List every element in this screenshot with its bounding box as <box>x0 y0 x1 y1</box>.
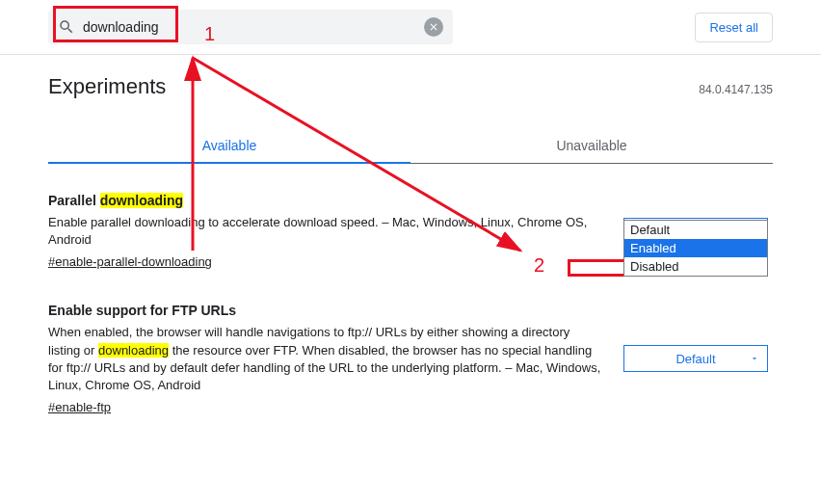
flag-title: Parallel downloading <box>48 193 604 208</box>
tab-unavailable[interactable]: Unavailable <box>410 128 773 163</box>
flag-enable-ftp: Enable support for FTP URLs When enabled… <box>48 303 773 414</box>
search-box[interactable] <box>48 10 453 44</box>
flag-control: Default Default Enabled Disabled <box>623 193 773 269</box>
page-title: Experiments <box>48 74 166 99</box>
search-input[interactable] <box>83 19 424 35</box>
flag-text: Parallel downloading Enable parallel dow… <box>48 193 604 269</box>
annotation-label-1: 1 <box>204 23 215 45</box>
highlight: downloading <box>98 343 169 358</box>
flag-anchor-link[interactable]: #enable-parallel-downloading <box>48 254 212 269</box>
highlight: downloading <box>100 193 183 208</box>
flag-description: Enable parallel downloading to accelerat… <box>48 214 604 249</box>
flag-text: Enable support for FTP URLs When enabled… <box>48 303 604 414</box>
reset-all-button[interactable]: Reset all <box>695 13 773 42</box>
select-value: Default <box>675 352 715 366</box>
flag-anchor-link[interactable]: #enable-ftp <box>48 400 111 414</box>
annotation-label-2: 2 <box>534 254 544 277</box>
dropdown-option-enabled[interactable]: Enabled <box>624 239 767 257</box>
version-text: 84.0.4147.135 <box>699 83 773 96</box>
chevron-down-icon <box>750 354 759 363</box>
top-bar: Reset all <box>0 0 821 55</box>
flag-title: Enable support for FTP URLs <box>48 303 604 318</box>
flag-control: Default <box>623 303 773 414</box>
header-row: Experiments 84.0.4147.135 <box>48 74 773 99</box>
close-icon <box>428 21 439 33</box>
search-icon <box>58 18 75 36</box>
tabs: Available Unavailable <box>48 128 773 164</box>
dropdown-option-default[interactable]: Default <box>624 221 767 239</box>
flag-dropdown: Default Enabled Disabled <box>623 220 768 277</box>
flag-select[interactable]: Default <box>623 345 768 372</box>
flag-description: When enabled, the browser will handle na… <box>48 324 604 394</box>
content: Experiments 84.0.4147.135 Available Unav… <box>0 55 821 467</box>
clear-search-button[interactable] <box>424 17 443 37</box>
flag-parallel-downloading: Parallel downloading Enable parallel dow… <box>48 193 773 269</box>
dropdown-option-disabled[interactable]: Disabled <box>624 257 767 276</box>
tab-available[interactable]: Available <box>48 128 410 163</box>
